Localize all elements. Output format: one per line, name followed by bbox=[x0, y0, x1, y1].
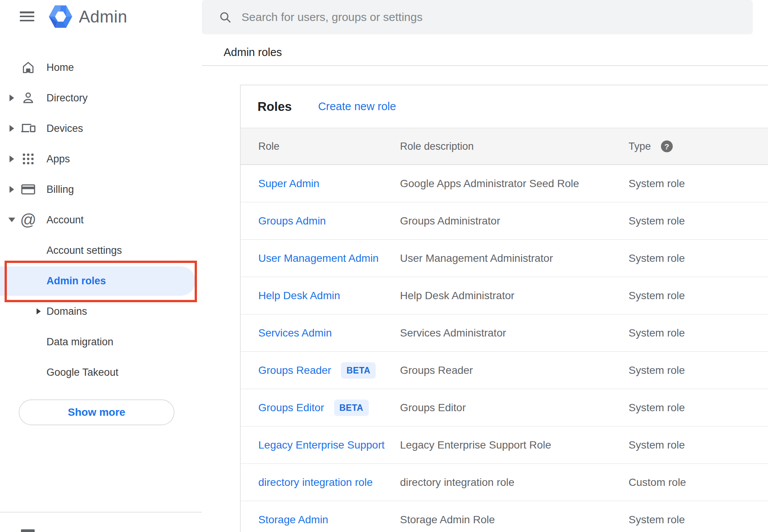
role-type-cell: System role bbox=[629, 439, 685, 451]
sidebar-item-apps[interactable]: Apps bbox=[0, 144, 202, 174]
sidebar-item-label: Data migration bbox=[46, 336, 114, 348]
sidebar-item-google-takeout[interactable]: Google Takeout bbox=[0, 357, 202, 388]
role-link[interactable]: Help Desk Admin bbox=[258, 290, 340, 302]
role-type-cell: System role bbox=[629, 514, 685, 526]
sidebar-item-data-migration[interactable]: Data migration bbox=[0, 327, 202, 357]
role-type-cell: System role bbox=[629, 178, 685, 190]
table-row: Groups ReaderBETAGroups ReaderSystem rol… bbox=[241, 352, 768, 389]
role-cell: Groups ReaderBETA bbox=[258, 362, 376, 378]
role-cell: Groups Admin bbox=[258, 215, 326, 227]
roles-table-body: Super AdminGoogle Apps Administrator See… bbox=[241, 165, 768, 532]
role-description-cell: Services Administrator bbox=[400, 327, 506, 339]
logo-text: Admin bbox=[79, 7, 127, 26]
google-admin-console: Admin Admin roles Home bbox=[0, 0, 768, 532]
table-row: Help Desk AdminHelp Desk AdministratorSy… bbox=[241, 277, 768, 314]
role-description-cell: Help Desk Administrator bbox=[400, 290, 514, 302]
column-header-role: Role bbox=[258, 141, 280, 152]
sidebar-item-label: Domains bbox=[46, 306, 87, 317]
role-description-cell: Groups Administrator bbox=[400, 215, 500, 227]
sidebar-item-devices[interactable]: Devices bbox=[0, 113, 202, 144]
role-link[interactable]: Groups Reader bbox=[258, 364, 331, 377]
role-cell: directory integration role bbox=[258, 476, 373, 489]
sidebar-item-directory[interactable]: Directory bbox=[0, 83, 202, 113]
table-row: Super AdminGoogle Apps Administrator See… bbox=[241, 165, 768, 202]
help-icon[interactable]: ? bbox=[661, 141, 673, 152]
roles-card: Roles Create new role Role Role descript… bbox=[240, 85, 768, 532]
sidebar-item-label: Admin roles bbox=[46, 275, 106, 287]
role-link[interactable]: Groups Admin bbox=[258, 215, 326, 227]
role-link[interactable]: User Management Admin bbox=[258, 252, 379, 264]
table-row: Services AdminServices AdministratorSyst… bbox=[241, 314, 768, 352]
role-description-cell: Google Apps Administrator Seed Role bbox=[400, 178, 579, 190]
roles-title: Roles bbox=[258, 99, 292, 114]
admin-logo: Admin bbox=[48, 5, 127, 28]
role-cell: Legacy Enterprise Support bbox=[258, 439, 385, 451]
expand-arrow-icon[interactable] bbox=[37, 308, 41, 314]
sidebar-item-label: Google Takeout bbox=[46, 367, 118, 378]
sidebar-item-label: Account settings bbox=[46, 245, 122, 256]
role-link[interactable]: Groups Editor bbox=[258, 402, 324, 414]
role-description-cell: Groups Reader bbox=[400, 364, 473, 377]
clipped-icon-fragment bbox=[21, 529, 35, 532]
credit-card-icon bbox=[20, 181, 37, 198]
apps-grid-icon bbox=[20, 151, 37, 167]
search-icon bbox=[219, 11, 232, 24]
role-description-cell: directory integration role bbox=[400, 476, 514, 489]
column-header-role-description: Role description bbox=[400, 141, 474, 152]
role-cell: User Management Admin bbox=[258, 252, 379, 264]
role-description-cell: Legacy Enterprise Support Role bbox=[400, 439, 551, 451]
sidebar-item-admin-roles[interactable]: Admin roles bbox=[0, 266, 202, 296]
table-row: User Management AdminUser Management Adm… bbox=[241, 240, 768, 277]
collapse-arrow-icon[interactable] bbox=[8, 218, 15, 222]
role-cell: Storage Admin bbox=[258, 514, 328, 526]
devices-icon bbox=[20, 120, 37, 137]
sidebar-item-label: Directory bbox=[46, 92, 88, 104]
role-type-cell: System role bbox=[629, 252, 685, 264]
create-new-role-link[interactable]: Create new role bbox=[318, 100, 396, 113]
table-row: Legacy Enterprise SupportLegacy Enterpri… bbox=[241, 426, 768, 464]
role-cell: Super Admin bbox=[258, 178, 319, 190]
breadcrumb: Admin roles bbox=[224, 46, 282, 59]
expand-arrow-icon[interactable] bbox=[10, 155, 14, 162]
role-link[interactable]: Storage Admin bbox=[258, 514, 328, 526]
beta-badge: BETA bbox=[334, 399, 369, 416]
role-type-cell: Custom role bbox=[629, 476, 686, 489]
role-type-cell: System role bbox=[629, 402, 685, 414]
table-row: directory integration roledirectory inte… bbox=[241, 464, 768, 501]
sidebar-item-billing[interactable]: Billing bbox=[0, 174, 202, 205]
table-row: Groups EditorBETAGroups EditorSystem rol… bbox=[241, 389, 768, 426]
table-row: Groups AdminGroups AdministratorSystem r… bbox=[241, 202, 768, 240]
sidebar-item-label: Account bbox=[46, 214, 84, 226]
role-link[interactable]: Legacy Enterprise Support bbox=[258, 439, 385, 451]
expand-arrow-icon[interactable] bbox=[10, 95, 14, 101]
sidebar-item-account-settings[interactable]: Account settings bbox=[0, 235, 202, 266]
expand-arrow-icon[interactable] bbox=[10, 125, 14, 132]
expand-arrow-icon[interactable] bbox=[10, 186, 14, 193]
menu-icon[interactable] bbox=[20, 11, 34, 21]
header-divider bbox=[202, 65, 768, 66]
person-icon bbox=[20, 90, 37, 106]
beta-badge: BETA bbox=[341, 362, 376, 378]
role-cell: Services Admin bbox=[258, 327, 332, 339]
role-description-cell: Storage Admin Role bbox=[400, 514, 495, 526]
search-input[interactable] bbox=[242, 11, 741, 24]
show-more-button[interactable]: Show more bbox=[19, 399, 174, 425]
sidebar-item-label: Apps bbox=[46, 153, 70, 165]
sidebar-item-domains[interactable]: Domains bbox=[0, 296, 202, 327]
sidebar-item-label: Devices bbox=[46, 123, 83, 135]
role-type-cell: System role bbox=[629, 215, 685, 227]
role-link[interactable]: Super Admin bbox=[258, 178, 319, 190]
role-type-cell: System role bbox=[629, 290, 685, 302]
at-sign-icon: @ bbox=[20, 212, 37, 228]
sidebar-item-home[interactable]: Home bbox=[0, 52, 202, 83]
role-cell: Help Desk Admin bbox=[258, 290, 340, 302]
table-row: Storage AdminStorage Admin RoleSystem ro… bbox=[241, 501, 768, 532]
sidebar-item-label: Home bbox=[46, 62, 74, 74]
search-bar[interactable] bbox=[202, 0, 753, 34]
admin-logo-icon bbox=[48, 5, 73, 28]
role-link[interactable]: directory integration role bbox=[258, 476, 373, 489]
sidebar-item-account[interactable]: @ Account bbox=[0, 205, 202, 235]
sidebar: Home Directory Devices bbox=[0, 52, 202, 388]
role-link[interactable]: Services Admin bbox=[258, 327, 332, 339]
role-cell: Groups EditorBETA bbox=[258, 399, 369, 416]
